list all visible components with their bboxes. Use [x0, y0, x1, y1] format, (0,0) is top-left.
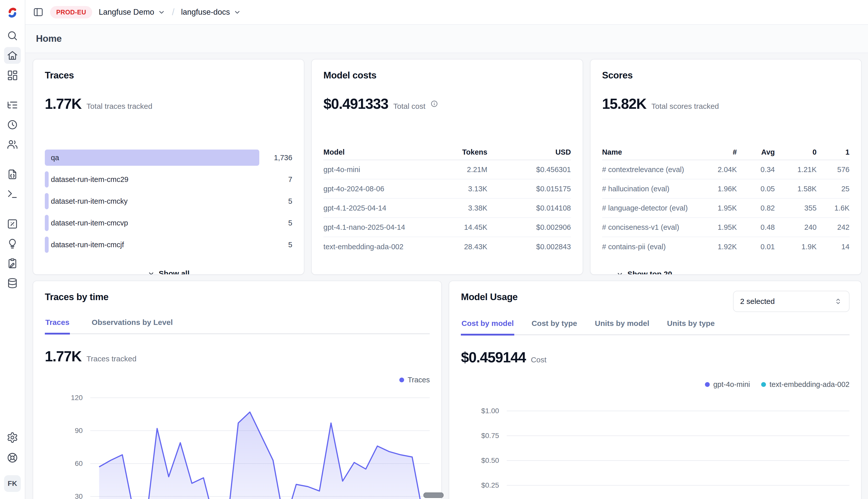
tab-units-by-model[interactable]: Units by model	[594, 319, 650, 336]
table-cell: 1.21K	[775, 166, 817, 174]
table-cell: # contains-pii (eval)	[602, 243, 698, 251]
svg-text:$0.50: $0.50	[481, 457, 499, 464]
table-cell: $0.014108	[487, 204, 571, 212]
trace-bar	[45, 236, 49, 253]
sidebar-item-evaluation[interactable]	[4, 216, 21, 232]
svg-text:90: 90	[75, 426, 83, 434]
table-cell: 2.21M	[412, 166, 487, 174]
metric-value: 1.77K	[45, 95, 82, 112]
table-header-row: ModelTokensUSD	[323, 145, 571, 160]
chevron-down-icon	[158, 8, 165, 16]
trace-name: qa	[51, 149, 59, 166]
legend-item[interactable]: text-embedding-ada-002	[761, 380, 849, 389]
trace-count: 7	[259, 175, 292, 184]
show-top-20-button[interactable]: Show top 20	[615, 269, 674, 275]
traces-metric: 1.77K Total traces tracked	[45, 95, 292, 112]
legend-dot-icon	[399, 378, 404, 382]
table-cell: text-embedding-ada-002	[323, 243, 411, 251]
trace-list-item[interactable]: dataset-run-item-cmc297	[45, 171, 292, 187]
sidebar-item-home[interactable]	[4, 47, 21, 64]
sidebar-footer	[4, 429, 21, 466]
langfuse-logo[interactable]	[5, 5, 20, 20]
legend-item[interactable]: Traces	[399, 376, 430, 384]
model-select-dropdown[interactable]: 2 selected	[733, 291, 849, 312]
dashboard-content: Traces 1.77K Total traces tracked qa1,73…	[25, 53, 868, 499]
table-cell: gpt-4.1-2025-04-14	[323, 204, 411, 212]
show-top-20-label: Show top 20	[628, 270, 672, 275]
tab-traces[interactable]: Traces	[45, 318, 70, 334]
sidebar-item-prompts[interactable]	[4, 166, 21, 183]
topbar: PROD-EU Langfuse Demo / langfuse-docs	[25, 0, 868, 24]
trace-name: dataset-run-item-cmcky	[51, 193, 128, 209]
sidebar-item-playground[interactable]	[4, 186, 21, 203]
panel-left-icon	[33, 7, 44, 17]
chevron-down-icon	[147, 270, 155, 275]
sidebar-toggle-button[interactable]	[33, 7, 44, 17]
traces-line-chart: 120906030	[45, 388, 430, 499]
project-switcher[interactable]: langfuse-docs	[181, 8, 241, 17]
column-header: Tokens	[412, 148, 487, 156]
trace-list-item[interactable]: dataset-run-item-cmcky5	[45, 193, 292, 209]
sidebar-item-tracing[interactable]	[4, 97, 21, 113]
column-header: USD	[487, 148, 571, 156]
table-cell: # hallucination (eval)	[602, 185, 698, 193]
prompts-icon	[7, 169, 18, 180]
model-costs-metric: $0.491333 Total cost	[323, 95, 571, 112]
table-cell: 1.58K	[775, 185, 817, 193]
table-cell: 1.92K	[698, 243, 737, 251]
tracing-icon	[7, 99, 18, 111]
dashboards-icon	[7, 69, 18, 81]
table-cell: 2.04K	[698, 166, 737, 174]
tab-cost-by-model[interactable]: Cost by model	[461, 319, 514, 336]
search-icon	[7, 30, 18, 41]
trace-list-item[interactable]: dataset-run-item-cmcvp5	[45, 215, 292, 231]
legend-dot-icon	[761, 382, 766, 387]
trace-list-item[interactable]: dataset-run-item-cmcjf5	[45, 236, 292, 253]
settings-icon	[7, 432, 18, 443]
svg-text:$1.00: $1.00	[481, 407, 499, 415]
trace-bar-area: dataset-run-item-cmcky	[45, 193, 259, 209]
sidebar-item-annotation[interactable]	[4, 255, 21, 272]
users-icon	[7, 139, 18, 150]
sidebar-nav	[4, 27, 21, 292]
breadcrumb-separator: /	[172, 7, 175, 17]
sidebar-item-users[interactable]	[4, 136, 21, 153]
trace-list-item[interactable]: qa1,736	[45, 149, 292, 166]
tab-units-by-type[interactable]: Units by type	[666, 319, 715, 336]
table-cell: gpt-4o-2024-08-06	[323, 185, 411, 193]
table-row: # contains-pii (eval)1.92K0.011.9K14	[602, 237, 849, 256]
table-cell: $0.002843	[487, 243, 571, 251]
environment-badge: PROD-EU	[50, 6, 92, 19]
user-avatar[interactable]: FK	[4, 475, 21, 492]
table-cell: gpt-4o-mini	[323, 166, 411, 174]
evaluators-icon	[7, 238, 18, 250]
sidebar-item-evaluators[interactable]	[4, 235, 21, 252]
sidebar-item-support[interactable]	[4, 449, 21, 466]
trace-bar	[45, 215, 49, 231]
tab-observations-by-level[interactable]: Observations by Level	[91, 318, 173, 334]
trace-name: dataset-run-item-cmcvp	[51, 215, 128, 231]
traces-by-time-tabs: TracesObservations by Level	[45, 318, 430, 334]
table-cell: 0.82	[737, 204, 775, 212]
sidebar-item-dashboards[interactable]	[4, 67, 21, 84]
org-switcher[interactable]: Langfuse Demo	[99, 8, 165, 17]
show-all-button[interactable]: Show all	[146, 269, 191, 275]
sidebar-item-settings[interactable]	[4, 429, 21, 446]
table-cell: 355	[775, 204, 817, 212]
sidebar-item-sessions[interactable]	[4, 117, 21, 133]
tab-cost-by-type[interactable]: Cost by type	[531, 319, 578, 336]
trace-count: 1,736	[259, 154, 292, 162]
table-cell: $0.015175	[487, 185, 571, 193]
project-name: langfuse-docs	[181, 8, 230, 17]
model-usage-tabs: Cost by modelCost by typeUnits by modelU…	[461, 319, 849, 335]
table-row: # language-detector (eval)1.95K0.823551.…	[602, 199, 849, 218]
trace-bar-area: qa	[45, 149, 259, 166]
sidebar-item-datasets[interactable]	[4, 275, 21, 292]
info-icon[interactable]	[430, 100, 438, 108]
traces-breakdown-list: qa1,736dataset-run-item-cmc297dataset-ru…	[45, 149, 292, 253]
sidebar-item-search[interactable]	[4, 27, 21, 44]
table-row: # hallucination (eval)1.96K0.051.58K25	[602, 179, 849, 199]
horizontal-scrollbar-thumb[interactable]	[423, 492, 444, 498]
select-value: 2 selected	[740, 297, 775, 306]
legend-item[interactable]: gpt-4o-mini	[705, 380, 750, 389]
